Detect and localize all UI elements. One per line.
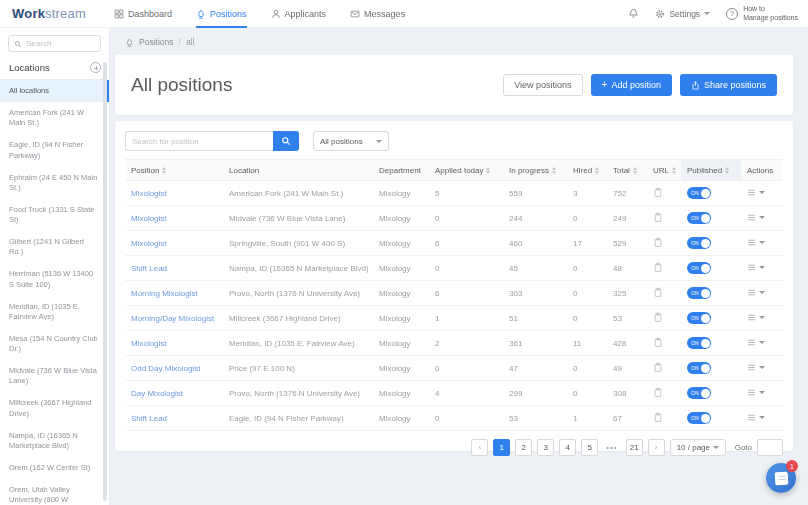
nav-item-messages[interactable]: Messages bbox=[350, 0, 405, 28]
copy-url-icon[interactable] bbox=[653, 337, 663, 348]
help-button[interactable]: ? How toManage positions bbox=[726, 5, 798, 21]
search-button[interactable] bbox=[273, 131, 299, 151]
copy-url-icon[interactable] bbox=[653, 312, 663, 323]
published-toggle[interactable]: ON bbox=[687, 262, 711, 274]
location-item[interactable]: Millcreek (3667 Highland Drive) bbox=[0, 392, 109, 424]
location-item[interactable]: Food Truck (1331 S State St) bbox=[0, 199, 109, 231]
column-header[interactable]: Published bbox=[681, 160, 741, 180]
page-size-select[interactable]: 10 / page bbox=[670, 439, 726, 456]
location-item[interactable]: Orem (162 W Center St) bbox=[0, 457, 109, 479]
column-header[interactable]: Applied today bbox=[429, 160, 503, 180]
goto-page-input[interactable] bbox=[757, 439, 783, 456]
published-toggle[interactable]: ON bbox=[687, 387, 711, 399]
page-button[interactable]: 4 bbox=[559, 439, 576, 456]
breadcrumb-section[interactable]: Positions bbox=[139, 37, 174, 47]
location-item[interactable]: Orem, Utah Valley University (800 W Univ… bbox=[0, 479, 109, 505]
sort-icon[interactable] bbox=[486, 167, 490, 174]
actions-menu[interactable] bbox=[747, 338, 765, 347]
next-page-button[interactable]: › bbox=[648, 439, 665, 456]
page-button[interactable]: 1 bbox=[493, 439, 510, 456]
published-toggle[interactable]: ON bbox=[687, 337, 711, 349]
positions-filter-select[interactable]: All positions bbox=[313, 131, 389, 151]
copy-url-icon[interactable] bbox=[653, 187, 663, 198]
published-toggle[interactable]: ON bbox=[687, 237, 711, 249]
copy-url-icon[interactable] bbox=[653, 237, 663, 248]
location-item[interactable]: All locations bbox=[0, 80, 109, 102]
column-header[interactable]: Location bbox=[223, 160, 373, 180]
location-item[interactable]: Gilbert (1241 N Gilbert Rd.) bbox=[0, 231, 109, 263]
position-link[interactable]: Odd Day Mixologist bbox=[131, 364, 200, 373]
page-button[interactable]: 21 bbox=[626, 439, 643, 456]
actions-menu[interactable] bbox=[747, 188, 765, 197]
position-link[interactable]: Morning/Day Mixologist bbox=[131, 314, 214, 323]
published-toggle[interactable]: ON bbox=[687, 312, 711, 324]
nav-item-positions[interactable]: Positions bbox=[196, 0, 247, 28]
nav-item-applicants[interactable]: Applicants bbox=[271, 0, 327, 28]
position-link[interactable]: Morning Mixologist bbox=[131, 289, 198, 298]
published-toggle[interactable]: ON bbox=[687, 362, 711, 374]
column-header[interactable]: Total bbox=[607, 160, 647, 180]
column-header[interactable]: Hired bbox=[567, 160, 607, 180]
location-item[interactable]: Herriman (5136 W 13400 S Suite 100) bbox=[0, 263, 109, 295]
actions-menu[interactable] bbox=[747, 238, 765, 247]
column-header[interactable]: Department bbox=[373, 160, 429, 180]
location-item[interactable]: Ephraim (24 E 450 N Main St.) bbox=[0, 167, 109, 199]
location-item[interactable]: Midvale (736 W Blue Vista Lane) bbox=[0, 360, 109, 392]
location-item[interactable]: Eagle, ID (94 N Fisher Parkway) bbox=[0, 134, 109, 166]
position-link[interactable]: Shift Lead bbox=[131, 414, 167, 423]
column-header[interactable]: In progress bbox=[503, 160, 567, 180]
share-positions-button[interactable]: Share positions bbox=[680, 74, 777, 96]
column-header[interactable]: Position bbox=[125, 160, 223, 180]
position-link[interactable]: Day Mixologist bbox=[131, 389, 183, 398]
copy-url-icon[interactable] bbox=[653, 362, 663, 373]
prev-page-button[interactable]: ‹ bbox=[471, 439, 488, 456]
chat-launcher[interactable]: 1 bbox=[766, 463, 796, 493]
actions-menu[interactable] bbox=[747, 363, 765, 372]
actions-menu[interactable] bbox=[747, 313, 765, 322]
position-link[interactable]: Shift Lead bbox=[131, 264, 167, 273]
position-link[interactable]: Mixologist bbox=[131, 214, 167, 223]
workstream-logo[interactable]: Workstream bbox=[12, 6, 86, 21]
copy-url-icon[interactable] bbox=[653, 412, 663, 423]
page-button[interactable]: 2 bbox=[515, 439, 532, 456]
location-item[interactable]: American Fork (241 W Main St.) bbox=[0, 102, 109, 134]
copy-url-icon[interactable] bbox=[653, 287, 663, 298]
location-item[interactable]: Mesa (154 N Country Club Dr.) bbox=[0, 328, 109, 360]
sort-icon[interactable] bbox=[162, 167, 166, 174]
column-header[interactable]: Actions bbox=[741, 160, 783, 180]
page-button[interactable]: 5 bbox=[581, 439, 598, 456]
published-toggle[interactable]: ON bbox=[687, 212, 711, 224]
sort-icon[interactable] bbox=[672, 167, 676, 174]
position-link[interactable]: Mixologist bbox=[131, 339, 167, 348]
actions-menu[interactable] bbox=[747, 288, 765, 297]
sidebar-scrollbar[interactable] bbox=[103, 62, 107, 501]
nav-item-dashboard[interactable]: Dashboard bbox=[114, 0, 172, 28]
actions-menu[interactable] bbox=[747, 263, 765, 272]
sort-icon[interactable] bbox=[595, 167, 599, 174]
sidebar-search-input[interactable] bbox=[26, 39, 95, 48]
location-item[interactable]: Meridian, ID (1035 E. Fairview Ave) bbox=[0, 296, 109, 328]
copy-url-icon[interactable] bbox=[653, 387, 663, 398]
position-link[interactable]: Mixologist bbox=[131, 239, 167, 248]
settings-menu[interactable]: Settings bbox=[655, 9, 710, 19]
published-toggle[interactable]: ON bbox=[687, 187, 711, 199]
position-search-input[interactable] bbox=[125, 131, 273, 151]
notifications-bell-icon[interactable] bbox=[628, 5, 639, 23]
location-item[interactable]: Nampa, ID (16365 N Marketplace Blvd) bbox=[0, 425, 109, 457]
column-header[interactable]: URL bbox=[647, 160, 681, 180]
view-positions-button[interactable]: View positions bbox=[503, 74, 582, 96]
actions-menu[interactable] bbox=[747, 413, 765, 422]
copy-url-icon[interactable] bbox=[653, 262, 663, 273]
copy-url-icon[interactable] bbox=[653, 212, 663, 223]
page-button[interactable]: 3 bbox=[537, 439, 554, 456]
published-toggle[interactable]: ON bbox=[687, 287, 711, 299]
page-button[interactable]: ••• bbox=[603, 439, 620, 456]
published-toggle[interactable]: ON bbox=[687, 412, 711, 424]
sort-icon[interactable] bbox=[633, 167, 637, 174]
sort-icon[interactable] bbox=[725, 167, 729, 174]
add-location-icon[interactable] bbox=[90, 62, 101, 73]
actions-menu[interactable] bbox=[747, 388, 765, 397]
add-position-button[interactable]: +Add position bbox=[591, 74, 672, 96]
position-link[interactable]: Mixologist bbox=[131, 189, 167, 198]
actions-menu[interactable] bbox=[747, 213, 765, 222]
